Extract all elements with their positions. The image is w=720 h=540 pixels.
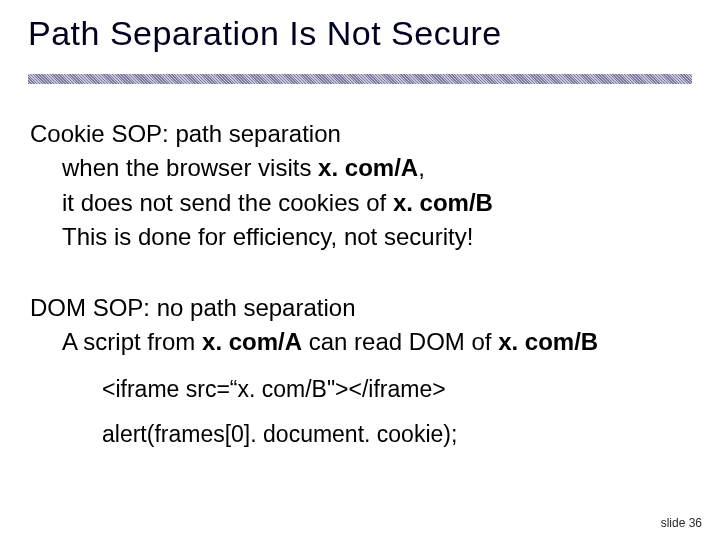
text: , xyxy=(418,154,425,181)
code-line-2: alert(frames[0]. document. cookie); xyxy=(102,419,690,450)
bold-url-b2: x. com/B xyxy=(498,328,598,355)
section2-line1: A script from x. com/A can read DOM of x… xyxy=(62,326,690,358)
code-block: <iframe src=“x. com/B"></iframe> alert(f… xyxy=(102,374,690,450)
text: can read DOM of xyxy=(302,328,498,355)
text: it does not send the cookies of xyxy=(62,189,393,216)
bold-url-b: x. com/B xyxy=(393,189,493,216)
code-line-1: <iframe src=“x. com/B"></iframe> xyxy=(102,374,690,405)
slide-title: Path Separation Is Not Secure xyxy=(28,14,502,53)
section1-line1: when the browser visits x. com/A, xyxy=(62,152,690,184)
text: A script from xyxy=(62,328,202,355)
section2-heading: DOM SOP: no path separation xyxy=(30,292,690,324)
title-underline xyxy=(28,74,692,84)
text: when the browser visits xyxy=(62,154,318,181)
spacer xyxy=(30,256,690,292)
bold-url-a: x. com/A xyxy=(318,154,418,181)
section1-line2: it does not send the cookies of x. com/B xyxy=(62,187,690,219)
slide-body: Cookie SOP: path separation when the bro… xyxy=(30,118,690,464)
slide: Path Separation Is Not Secure Cookie SOP… xyxy=(0,0,720,540)
slide-number: slide 36 xyxy=(661,516,702,530)
section1-heading: Cookie SOP: path separation xyxy=(30,118,690,150)
section1-line3: This is done for efficiency, not securit… xyxy=(62,221,690,253)
bold-url-a2: x. com/A xyxy=(202,328,302,355)
